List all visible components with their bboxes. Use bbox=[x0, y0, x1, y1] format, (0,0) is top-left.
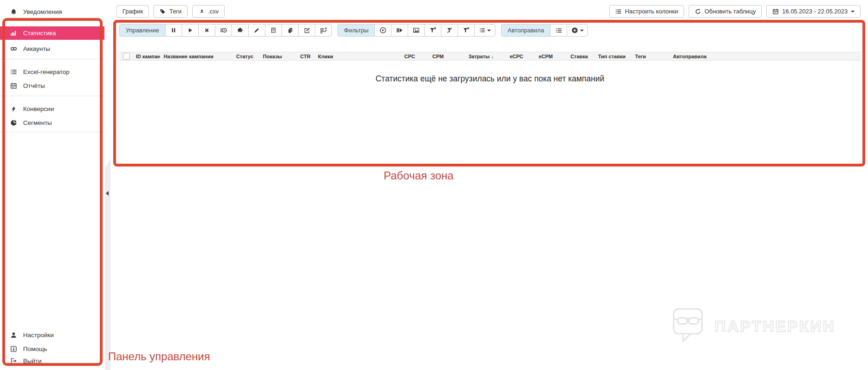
tags-button[interactable]: Теги bbox=[153, 5, 187, 18]
tags-button-label: Теги bbox=[169, 8, 181, 15]
export-csv-button[interactable]: .csv bbox=[192, 5, 225, 18]
refresh-table-label: Обновить таблицу bbox=[704, 8, 756, 15]
date-range-picker[interactable]: 16.05.2023 - 22.05.2023 bbox=[766, 5, 861, 18]
edit-rate-button[interactable] bbox=[248, 24, 265, 37]
sidebar-item-conversions[interactable]: Конверсии bbox=[0, 102, 104, 116]
management-group-label: Управление bbox=[119, 24, 165, 37]
play-circle-icon bbox=[379, 27, 386, 34]
table-icon bbox=[270, 27, 276, 33]
column-header-ecpc[interactable]: eCPC bbox=[497, 54, 527, 59]
pie-icon bbox=[10, 119, 17, 126]
add-autorule-dropdown[interactable] bbox=[567, 24, 588, 37]
clear-filter-button[interactable] bbox=[441, 24, 458, 37]
configure-columns-button[interactable]: Настроить колонки bbox=[609, 5, 684, 18]
chart-button-label: График bbox=[122, 8, 143, 15]
column-header-clicks[interactable]: Клики bbox=[314, 54, 336, 59]
empty-state-message: Статистика ещё не загрузилась или у вас … bbox=[119, 74, 861, 84]
sidebar: Уведомления Статистика Аккаунты Excel-ге… bbox=[0, 0, 104, 370]
creatives-filter-button[interactable] bbox=[408, 24, 425, 37]
sidebar-item-statistics[interactable]: Статистика bbox=[0, 26, 104, 40]
annotation-label-work-area: Рабочая зона bbox=[384, 169, 453, 182]
rename-button[interactable] bbox=[298, 24, 315, 37]
copy-icon bbox=[287, 27, 293, 34]
sidebar-item-label: Настройки bbox=[23, 332, 54, 339]
stop-button[interactable] bbox=[198, 24, 215, 37]
chevron-down-icon bbox=[851, 11, 855, 12]
date-range-value: 16.05.2023 - 22.05.2023 bbox=[782, 8, 848, 15]
sidebar-item-logout[interactable]: Выйти bbox=[0, 354, 104, 368]
column-header-tags[interactable]: Теги bbox=[631, 54, 666, 59]
user-icon bbox=[10, 332, 17, 339]
info-icon bbox=[10, 345, 17, 352]
column-header-shows[interactable]: Показы bbox=[257, 54, 286, 59]
bar-chart-icon bbox=[10, 30, 17, 37]
refresh-table-button[interactable]: Обновить таблицу bbox=[689, 5, 762, 18]
chart-button[interactable]: График bbox=[116, 5, 149, 18]
column-header-cost-sorted[interactable]: Затраты ↓ bbox=[447, 54, 497, 59]
refresh-icon bbox=[695, 8, 701, 15]
start-button[interactable] bbox=[182, 24, 199, 37]
collapse-arrow-icon[interactable] bbox=[106, 191, 109, 196]
filters-group: Фильтры bbox=[337, 24, 495, 37]
copy-button[interactable] bbox=[281, 24, 299, 37]
column-header-ecpm[interactable]: eCPM bbox=[527, 54, 556, 59]
sidebar-divider bbox=[0, 96, 104, 96]
select-all-checkbox[interactable] bbox=[123, 53, 130, 60]
column-header-name[interactable]: Название кампании bbox=[160, 54, 225, 59]
sidebar-item-segments[interactable]: Сегменты bbox=[0, 116, 104, 130]
list-icon bbox=[479, 27, 485, 33]
topbar-left: График Теги .csv bbox=[116, 5, 225, 18]
sidebar-divider bbox=[0, 59, 104, 59]
filter-settings-button[interactable] bbox=[458, 24, 475, 37]
management-group: Управление bbox=[119, 24, 332, 37]
export-csv-icon bbox=[198, 8, 205, 15]
watermark: ПАРТНЕРКИН bbox=[671, 306, 836, 346]
sidebar-item-notifications[interactable]: Уведомления bbox=[0, 5, 104, 18]
column-header-status[interactable]: Статус bbox=[225, 54, 257, 59]
filters-group-label: Фильтры bbox=[337, 24, 375, 37]
active-filter-button[interactable] bbox=[374, 24, 391, 37]
csv-button-label: .csv bbox=[208, 8, 219, 15]
budget-button[interactable] bbox=[232, 24, 249, 37]
column-header-cpc[interactable]: CPC bbox=[336, 54, 419, 59]
annotation-box-work-area bbox=[113, 20, 865, 166]
sidebar-item-label: Уведомления bbox=[23, 8, 62, 15]
image-icon bbox=[413, 27, 420, 34]
column-header-rate-type[interactable]: Тип ставки bbox=[592, 54, 631, 59]
topbar-right: Настроить колонки Обновить таблицу 16.05… bbox=[609, 5, 861, 18]
column-header-rate[interactable]: Ставка bbox=[556, 54, 592, 59]
sidebar-item-label: Выйти bbox=[23, 358, 42, 364]
calendar-icon bbox=[10, 82, 17, 89]
bell-icon bbox=[10, 8, 17, 15]
sidebar-item-excel-generator[interactable]: Excel-генератор bbox=[0, 65, 104, 79]
column-header-autorules[interactable]: Автоправила bbox=[666, 54, 861, 59]
column-header-cpm[interactable]: CPM bbox=[419, 54, 447, 59]
autorules-list-button[interactable] bbox=[550, 24, 567, 37]
sidebar-item-label: Excel-генератор bbox=[23, 68, 69, 75]
link-icon bbox=[10, 45, 17, 52]
table-button[interactable] bbox=[265, 24, 282, 37]
lightning-icon bbox=[10, 105, 17, 112]
select-all-cell bbox=[119, 53, 132, 60]
column-header-id[interactable]: ID кампан bbox=[132, 54, 160, 59]
column-header-ctr[interactable]: CTR bbox=[286, 54, 314, 59]
autorules-group: Автоправила bbox=[501, 24, 588, 37]
saved-filters-dropdown[interactable] bbox=[474, 24, 495, 37]
sidebar-item-label: Отчёты bbox=[23, 82, 45, 89]
history-button[interactable] bbox=[215, 24, 232, 37]
play-icon bbox=[187, 27, 193, 33]
step-forward-icon bbox=[396, 27, 403, 34]
edit-limits-button[interactable] bbox=[315, 24, 332, 37]
history-icon bbox=[220, 27, 227, 34]
close-x-icon bbox=[204, 27, 210, 33]
funnel-clear-icon bbox=[446, 27, 453, 34]
step-forward-filter-button[interactable] bbox=[391, 24, 408, 37]
configure-columns-label: Настроить колонки bbox=[625, 8, 678, 15]
sidebar-item-reports[interactable]: Отчёты bbox=[0, 79, 104, 92]
app-root: Уведомления Статистика Аккаунты Excel-ге… bbox=[0, 0, 868, 370]
pause-button[interactable] bbox=[165, 24, 182, 37]
sidebar-item-accounts[interactable]: Аккаунты bbox=[0, 42, 104, 56]
sidebar-collapse-rail[interactable] bbox=[105, 159, 110, 370]
sidebar-item-settings[interactable]: Настройки bbox=[0, 328, 104, 342]
add-filter-button[interactable] bbox=[424, 24, 441, 37]
